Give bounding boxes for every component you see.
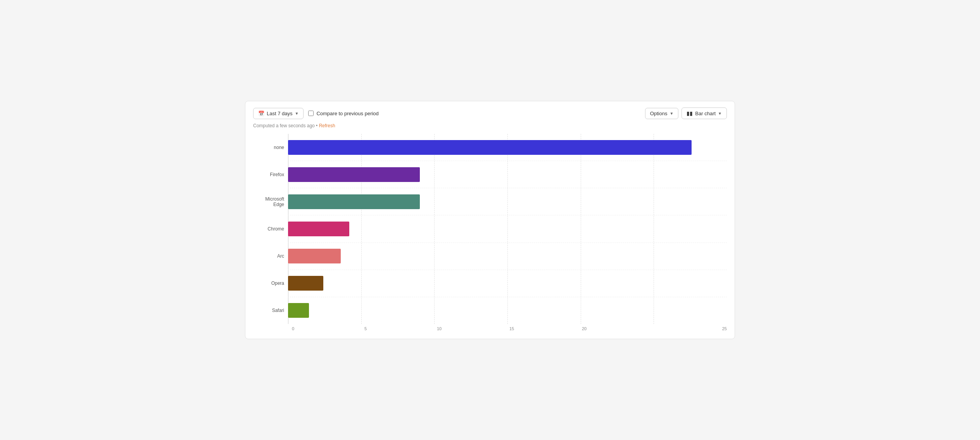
bar-row — [288, 297, 727, 324]
bar-row — [288, 270, 727, 297]
chart-body: noneFirefoxMicrosoft EdgeChromeArcOperaS… — [253, 134, 727, 324]
bar — [288, 167, 420, 182]
toolbar-right: Options ▼ ▮▮ Bar chart ▼ — [645, 107, 727, 119]
y-label: Chrome — [253, 215, 284, 243]
bar — [288, 194, 420, 209]
x-tick: 25 — [654, 326, 727, 331]
bar-row — [288, 161, 727, 188]
x-tick: 15 — [509, 326, 582, 331]
chart-area: noneFirefoxMicrosoft EdgeChromeArcOperaS… — [253, 134, 727, 331]
bars-container — [288, 134, 727, 324]
y-label: Arc — [253, 243, 284, 270]
bar-row — [288, 243, 727, 270]
bar — [288, 222, 349, 236]
computed-text: Computed a few seconds ago — [253, 123, 315, 128]
bar-row — [288, 215, 727, 243]
bar — [288, 249, 341, 263]
compare-checkbox[interactable] — [308, 111, 314, 116]
y-label: none — [253, 134, 284, 161]
y-label: Firefox — [253, 161, 284, 188]
x-tick: 10 — [437, 326, 509, 331]
bar-row — [288, 188, 727, 215]
bar — [288, 276, 323, 291]
y-label: Opera — [253, 270, 284, 297]
chevron-down-icon: ▼ — [669, 111, 673, 116]
dot-separator: • — [316, 123, 317, 128]
x-tick: 0 — [292, 326, 364, 331]
chevron-down-icon: ▼ — [718, 111, 722, 116]
x-axis: 0510152025 — [292, 324, 727, 331]
options-button[interactable]: Options ▼ — [645, 108, 679, 119]
status-line: Computed a few seconds ago • Refresh — [253, 123, 727, 128]
x-tick: 20 — [582, 326, 654, 331]
bar — [288, 140, 692, 155]
y-label: Microsoft Edge — [253, 188, 284, 215]
toolbar: 📅 Last 7 days ▼ Compare to previous peri… — [253, 107, 727, 119]
refresh-link[interactable]: Refresh — [319, 123, 335, 128]
chart-type-button[interactable]: ▮▮ Bar chart ▼ — [682, 107, 727, 119]
analytics-card: 📅 Last 7 days ▼ Compare to previous peri… — [245, 101, 735, 339]
compare-checkbox-label[interactable]: Compare to previous period — [308, 111, 378, 116]
options-label: Options — [650, 111, 668, 116]
bar — [288, 303, 309, 318]
chart-type-label: Bar chart — [695, 111, 716, 116]
calendar-icon: 📅 — [258, 111, 264, 116]
date-range-label: Last 7 days — [267, 111, 293, 116]
compare-label: Compare to previous period — [316, 111, 378, 116]
y-labels: noneFirefoxMicrosoft EdgeChromeArcOperaS… — [253, 134, 288, 324]
chevron-down-icon: ▼ — [295, 111, 299, 116]
toolbar-left: 📅 Last 7 days ▼ Compare to previous peri… — [253, 108, 379, 119]
chart-grid-area — [288, 134, 727, 324]
y-label: Safari — [253, 297, 284, 324]
bar-chart-icon: ▮▮ — [687, 110, 693, 116]
date-range-button[interactable]: 📅 Last 7 days ▼ — [253, 108, 304, 119]
bar-row — [288, 134, 727, 161]
x-tick: 5 — [364, 326, 437, 331]
